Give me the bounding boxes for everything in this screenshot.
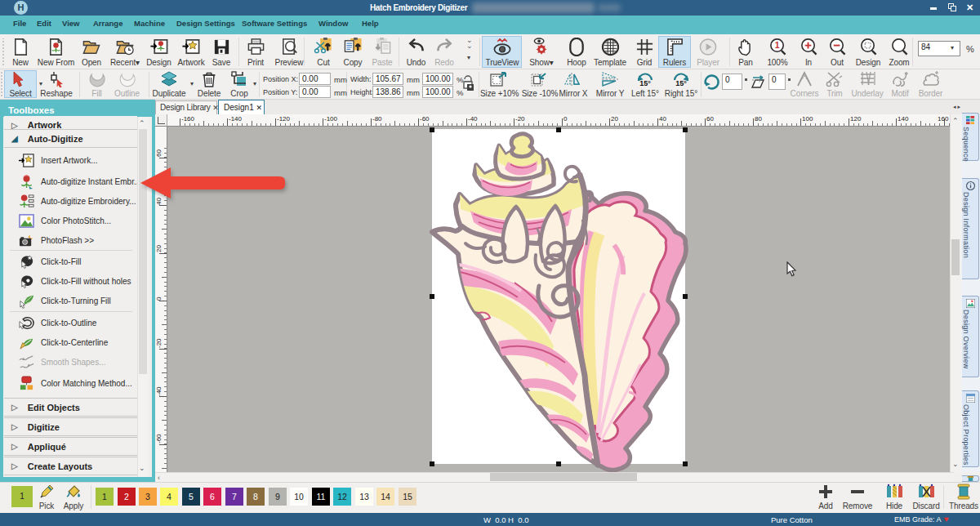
svg-text:1: 1 xyxy=(774,40,779,50)
svg-text:15°: 15° xyxy=(639,79,651,87)
svg-text:15°: 15° xyxy=(675,79,687,87)
